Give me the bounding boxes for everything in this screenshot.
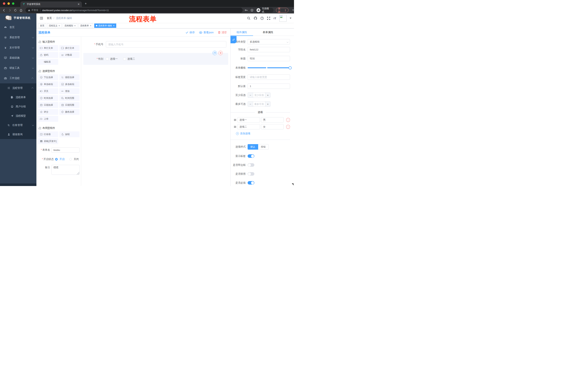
sidebar-item-leave-query[interactable]: 请假查询 xyxy=(0,130,36,139)
option1-value-input[interactable] xyxy=(261,117,284,122)
key-icon[interactable] xyxy=(244,9,248,12)
sidebar-item-process-model[interactable]: 流程模型 xyxy=(0,111,36,120)
tab-component-props[interactable]: 组件属性 xyxy=(231,29,253,36)
close-icon[interactable]: ✕ xyxy=(58,25,60,27)
canvas-field-phone[interactable]: *手机号 xyxy=(83,41,228,47)
back-icon[interactable] xyxy=(2,9,6,12)
palette-item-table[interactable]: 表格[开发中] xyxy=(38,138,58,144)
increment-button[interactable]: + xyxy=(265,102,270,106)
tab-form-props[interactable]: 表单属性 xyxy=(257,29,279,36)
sidebar-item-infra[interactable]: 基础设施 xyxy=(0,53,36,63)
show-label-switch[interactable] xyxy=(248,154,254,158)
canvas-field-gender-selected[interactable]: *性别 选项一 选项二 xyxy=(83,53,228,65)
max-select-input[interactable] xyxy=(253,102,265,106)
style-default-button[interactable]: 默认 xyxy=(248,144,258,149)
decrement-button[interactable]: − xyxy=(248,102,253,106)
gender-option2-label[interactable]: 选项二 xyxy=(127,57,135,61)
browser-tab[interactable]: 芋道管理系统 ✕ xyxy=(20,1,82,7)
palette-item-checkbox-group[interactable]: 多选框组 xyxy=(59,81,80,87)
border-switch[interactable] xyxy=(248,163,254,167)
disabled-switch[interactable] xyxy=(248,172,254,176)
status-off-label[interactable]: 关闭 xyxy=(74,158,79,161)
link-drawer-toggle[interactable] xyxy=(231,36,237,43)
palette-item-color[interactable]: 颜色选择 xyxy=(59,109,80,115)
gender-option1-label[interactable]: 选项一 xyxy=(110,57,118,61)
forward-icon[interactable] xyxy=(8,9,11,12)
close-window-button[interactable] xyxy=(3,2,5,5)
delete-field-button[interactable] xyxy=(218,51,223,55)
fullscreen-icon[interactable] xyxy=(267,17,270,20)
required-switch[interactable] xyxy=(248,181,254,185)
tab-close-icon[interactable]: ✕ xyxy=(77,3,80,6)
zoom-window-button[interactable] xyxy=(12,2,14,5)
sidebar-item-devtools[interactable]: 研发工具 xyxy=(0,63,36,73)
drag-handle-icon[interactable] xyxy=(234,119,236,121)
slider-handle[interactable] xyxy=(289,66,292,69)
decrement-button[interactable]: − xyxy=(248,93,253,97)
label-width-input[interactable] xyxy=(248,74,290,80)
palette-item-button[interactable]: 按钮 xyxy=(59,131,80,137)
grid-slider[interactable] xyxy=(248,67,290,68)
chevron-down-icon[interactable] xyxy=(292,10,294,11)
drag-handle-icon[interactable] xyxy=(234,126,236,128)
palette-item-single-text[interactable]: 单行文本 xyxy=(38,45,58,51)
sidebar-item-user-group[interactable]: 用户分组 xyxy=(0,102,36,111)
tag-process-form[interactable]: 流程表单✕ xyxy=(78,23,93,28)
clear-button[interactable]: 清空 xyxy=(218,31,227,34)
home-icon[interactable] xyxy=(20,9,22,12)
tag-process-model[interactable]: 流程模型✕ xyxy=(63,23,77,28)
browser-menu-icon[interactable]: ⋮ xyxy=(284,9,286,12)
phone-input[interactable] xyxy=(106,41,226,47)
palette-item-editor[interactable]: 编辑器 xyxy=(38,59,58,65)
sidebar-item-process-mgmt[interactable]: 流程管理 xyxy=(0,83,36,93)
sidebar-item-process-form[interactable]: 流程表单 xyxy=(0,93,36,102)
github-icon[interactable] xyxy=(254,16,257,20)
palette-item-password[interactable]: 密码 xyxy=(38,52,58,58)
font-size-icon[interactable]: TT xyxy=(273,17,276,20)
palette-item-multi-text[interactable]: 多行文本 xyxy=(59,45,80,51)
tag-process-form-edit[interactable]: 流程表单-编辑✕ xyxy=(94,23,116,28)
component-type-select[interactable] xyxy=(248,39,290,44)
avatar[interactable] xyxy=(279,15,286,22)
style-button-button[interactable]: 按钮 xyxy=(258,144,269,149)
new-tab-button[interactable]: + xyxy=(85,2,87,5)
status-off-radio[interactable] xyxy=(69,158,72,160)
view-json-button[interactable]: 查看json xyxy=(199,31,214,34)
remove-option-button[interactable]: − xyxy=(286,125,290,129)
increment-button[interactable]: + xyxy=(265,93,270,97)
sidebar-item-workflow[interactable]: 工作流程 xyxy=(0,73,36,83)
palette-item-rate[interactable]: 评分 xyxy=(38,109,58,115)
palette-item-time[interactable]: 时间选择 xyxy=(38,95,58,101)
form-name-input[interactable] xyxy=(52,148,80,153)
option2-value-input[interactable] xyxy=(261,124,284,129)
palette-item-date[interactable]: 日期选择 xyxy=(38,102,58,108)
palette-item-switch[interactable]: 开关 xyxy=(38,88,58,94)
close-icon[interactable]: ✕ xyxy=(90,25,91,27)
update-button[interactable]: 更新 ⋮ xyxy=(276,8,289,12)
palette-item-radio-group[interactable]: 单选框组 xyxy=(38,81,58,87)
tag-process-definition[interactable]: 流程定义✕ xyxy=(47,23,62,28)
status-on-radio[interactable] xyxy=(55,158,58,160)
form-remark-textarea[interactable]: 嘿嘿 xyxy=(52,165,80,175)
sidebar-item-task-mgmt[interactable]: 任务管理 xyxy=(0,120,36,130)
status-on-label[interactable]: 开启 xyxy=(60,158,64,161)
palette-item-counter[interactable]: 123计数器 xyxy=(59,52,80,58)
title-input[interactable] xyxy=(248,56,290,61)
palette-item-date-range[interactable]: 日期范围 xyxy=(59,102,80,108)
sidebar-logo-row[interactable]: 芋道管理系统 xyxy=(0,13,36,22)
help-icon[interactable]: ? xyxy=(260,17,264,20)
palette-item-time-range[interactable]: 时间范围 xyxy=(59,95,80,101)
search-icon[interactable] xyxy=(247,17,251,20)
address-bar[interactable]: 不安全 dashboard.yudao.iocoder.cn/bpm/manag… xyxy=(25,8,243,13)
option2-label-input[interactable] xyxy=(237,124,260,129)
breadcrumb-home[interactable]: 首页 xyxy=(47,17,52,20)
duplicate-field-button[interactable] xyxy=(212,51,217,55)
option1-label-input[interactable] xyxy=(237,117,260,122)
sidebar-item-payment[interactable]: ¥ 支付管理 xyxy=(0,43,36,53)
default-value-input[interactable] xyxy=(248,84,290,89)
remove-option-button[interactable]: − xyxy=(286,118,290,122)
palette-item-select[interactable]: 下拉选择 xyxy=(38,74,58,80)
field-name-input[interactable] xyxy=(248,47,290,52)
save-button[interactable]: 保存 xyxy=(186,31,195,34)
close-icon[interactable]: ✕ xyxy=(113,25,115,27)
